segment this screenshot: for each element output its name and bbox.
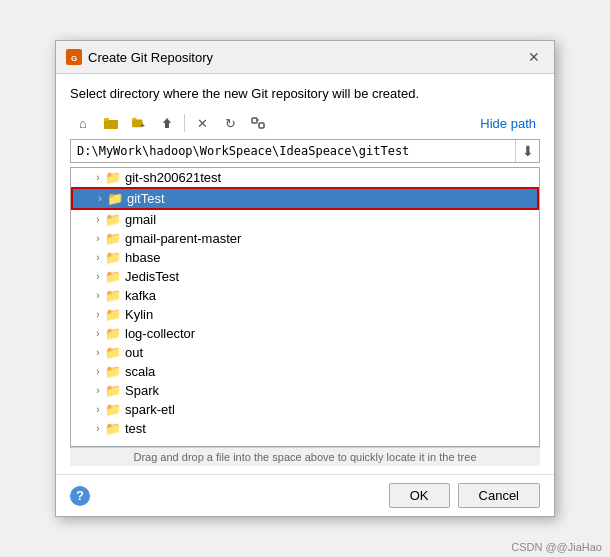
tree-item[interactable]: › 📁 scala	[71, 362, 539, 381]
tree-item-label: log-collector	[125, 326, 195, 341]
folder-icon: 📁	[105, 326, 121, 341]
dialog-content: Select directory where the new Git repos…	[56, 74, 554, 474]
footer-left: ?	[70, 486, 90, 506]
tree-item-label: gmail	[125, 212, 156, 227]
folder-icon: 📁	[105, 364, 121, 379]
chevron-icon: ›	[91, 290, 105, 301]
ok-button[interactable]: OK	[389, 483, 450, 508]
title-bar-left: G Create Git Repository	[66, 49, 213, 65]
tree-item[interactable]: › 📁 git-sh200621test	[71, 168, 539, 187]
close-button[interactable]: ✕	[524, 47, 544, 67]
home-button[interactable]: ⌂	[70, 111, 96, 135]
tree-item[interactable]: › 📁 test	[71, 419, 539, 438]
drag-hint: Drag and drop a file into the space abov…	[70, 447, 540, 466]
collapse-button[interactable]	[245, 111, 271, 135]
dialog-title: Create Git Repository	[88, 50, 213, 65]
description-text: Select directory where the new Git repos…	[70, 86, 540, 101]
tree-item[interactable]: › 📁 kafka	[71, 286, 539, 305]
chevron-icon: ›	[91, 233, 105, 244]
help-button[interactable]: ?	[70, 486, 90, 506]
tree-item-label: gmail-parent-master	[125, 231, 241, 246]
create-git-repository-dialog: G Create Git Repository ✕ Select directo…	[55, 40, 555, 517]
tree-item[interactable]: › 📁 Kylin	[71, 305, 539, 324]
up-button[interactable]	[154, 111, 180, 135]
tree-item-label: gitTest	[127, 191, 165, 206]
tree-item[interactable]: › 📁 gmail	[71, 210, 539, 229]
chevron-icon: ›	[91, 271, 105, 282]
chevron-icon: ›	[91, 252, 105, 263]
folder-icon: 📁	[105, 212, 121, 227]
delete-button[interactable]: ✕	[189, 111, 215, 135]
svg-text:G: G	[71, 54, 77, 63]
path-input[interactable]	[71, 141, 515, 161]
chevron-icon: ›	[91, 347, 105, 358]
chevron-icon: ›	[91, 309, 105, 320]
chevron-icon: ›	[91, 385, 105, 396]
tree-item[interactable]: › 📁 log-collector	[71, 324, 539, 343]
folder-icon: 📁	[105, 402, 121, 417]
new-folder-button[interactable]: +	[126, 111, 152, 135]
chevron-icon: ›	[91, 423, 105, 434]
folder-icon: 📁	[105, 231, 121, 246]
folder-icon: 📁	[105, 421, 121, 436]
svg-rect-9	[259, 123, 264, 128]
refresh-button[interactable]: ↻	[217, 111, 243, 135]
dialog-footer: ? OK Cancel	[56, 474, 554, 516]
svg-rect-6	[132, 118, 136, 121]
path-bar: ⬇	[70, 139, 540, 163]
chevron-icon: ›	[93, 193, 107, 204]
tree-item-label: kafka	[125, 288, 156, 303]
title-bar: G Create Git Repository ✕	[56, 41, 554, 74]
folder-icon: 📁	[105, 250, 121, 265]
tree-item-label: test	[125, 421, 146, 436]
chevron-icon: ›	[91, 404, 105, 415]
chevron-icon: ›	[91, 366, 105, 377]
file-tree: › 📁 git-sh200621test › 📁 gitTest › 📁 gma…	[70, 167, 540, 447]
tree-item-label: Kylin	[125, 307, 153, 322]
git-icon: G	[66, 49, 82, 65]
folder-icon: 📁	[107, 191, 123, 206]
path-browse-button[interactable]: ⬇	[515, 140, 539, 162]
chevron-icon: ›	[91, 214, 105, 225]
tree-item[interactable]: › 📁 Spark	[71, 381, 539, 400]
watermark: CSDN @@JiaHao	[511, 541, 602, 553]
tree-item-label: spark-etl	[125, 402, 175, 417]
folder-icon: 📁	[105, 269, 121, 284]
folder-icon: 📁	[105, 307, 121, 322]
tree-item-label: JedisTest	[125, 269, 179, 284]
tree-item[interactable]: › 📁 out	[71, 343, 539, 362]
tree-item-label: hbase	[125, 250, 160, 265]
tree-item[interactable]: › 📁 gitTest	[71, 187, 539, 210]
hide-path-link[interactable]: Hide path	[476, 116, 540, 131]
tree-item[interactable]: › 📁 JedisTest	[71, 267, 539, 286]
tree-item-label: git-sh200621test	[125, 170, 221, 185]
tree-item-label: Spark	[125, 383, 159, 398]
toolbar: ⌂ + ✕ ↻	[70, 111, 540, 135]
folder-button[interactable]	[98, 111, 124, 135]
folder-icon: 📁	[105, 345, 121, 360]
tree-item-label: scala	[125, 364, 155, 379]
chevron-icon: ›	[91, 172, 105, 183]
tree-item[interactable]: › 📁 gmail-parent-master	[71, 229, 539, 248]
folder-icon: 📁	[105, 383, 121, 398]
chevron-icon: ›	[91, 328, 105, 339]
tree-item[interactable]: › 📁 spark-etl	[71, 400, 539, 419]
folder-icon: 📁	[105, 288, 121, 303]
tree-item-label: out	[125, 345, 143, 360]
cancel-button[interactable]: Cancel	[458, 483, 540, 508]
footer-right: OK Cancel	[389, 483, 540, 508]
svg-text:+: +	[141, 122, 145, 129]
svg-rect-4	[104, 118, 109, 121]
toolbar-separator-1	[184, 114, 185, 132]
toolbar-left: ⌂ + ✕ ↻	[70, 111, 271, 135]
tree-item[interactable]: › 📁 hbase	[71, 248, 539, 267]
svg-rect-8	[252, 118, 257, 123]
folder-icon: 📁	[105, 170, 121, 185]
